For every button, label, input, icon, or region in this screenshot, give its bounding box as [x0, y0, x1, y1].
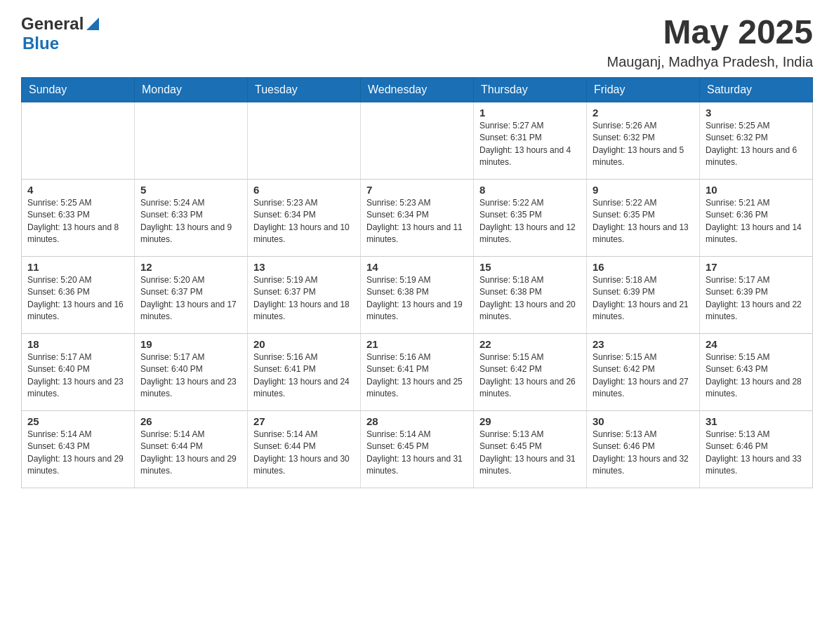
calendar-cell: 16Sunrise: 5:18 AM Sunset: 6:39 PM Dayli… [587, 256, 700, 333]
calendar-cell: 22Sunrise: 5:15 AM Sunset: 6:42 PM Dayli… [474, 333, 587, 410]
cell-sun-info: Sunrise: 5:17 AM Sunset: 6:40 PM Dayligh… [140, 351, 241, 401]
cell-sun-info: Sunrise: 5:18 AM Sunset: 6:38 PM Dayligh… [479, 274, 581, 323]
cell-day-number: 9 [593, 184, 694, 196]
calendar-cell: 19Sunrise: 5:17 AM Sunset: 6:40 PM Dayli… [135, 333, 248, 410]
cell-day-number: 12 [140, 261, 241, 273]
calendar-cell: 3Sunrise: 5:25 AM Sunset: 6:32 PM Daylig… [700, 102, 813, 179]
calendar-cell: 18Sunrise: 5:17 AM Sunset: 6:40 PM Dayli… [22, 333, 135, 410]
calendar-cell: 9Sunrise: 5:22 AM Sunset: 6:35 PM Daylig… [587, 179, 700, 256]
calendar-header-row: SundayMondayTuesdayWednesdayThursdayFrid… [22, 77, 813, 102]
calendar-cell: 7Sunrise: 5:23 AM Sunset: 6:34 PM Daylig… [361, 179, 474, 256]
cell-sun-info: Sunrise: 5:13 AM Sunset: 6:46 PM Dayligh… [593, 429, 694, 478]
calendar-cell: 12Sunrise: 5:20 AM Sunset: 6:37 PM Dayli… [135, 256, 248, 333]
cell-sun-info: Sunrise: 5:13 AM Sunset: 6:45 PM Dayligh… [479, 429, 581, 478]
page-header: General Blue May 2025 Mauganj, Madhya Pr… [21, 14, 813, 70]
cell-sun-info: Sunrise: 5:14 AM Sunset: 6:44 PM Dayligh… [253, 429, 355, 478]
cell-sun-info: Sunrise: 5:21 AM Sunset: 6:36 PM Dayligh… [706, 197, 807, 246]
cell-sun-info: Sunrise: 5:18 AM Sunset: 6:39 PM Dayligh… [593, 274, 694, 323]
cell-sun-info: Sunrise: 5:24 AM Sunset: 6:33 PM Dayligh… [140, 197, 241, 246]
cell-sun-info: Sunrise: 5:23 AM Sunset: 6:34 PM Dayligh… [253, 197, 355, 246]
cell-day-number: 19 [140, 338, 241, 350]
calendar-cell: 30Sunrise: 5:13 AM Sunset: 6:46 PM Dayli… [587, 410, 700, 488]
cell-sun-info: Sunrise: 5:15 AM Sunset: 6:42 PM Dayligh… [593, 351, 694, 401]
header-tuesday: Tuesday [248, 77, 361, 102]
calendar-cell: 17Sunrise: 5:17 AM Sunset: 6:39 PM Dayli… [700, 256, 813, 333]
calendar-cell: 15Sunrise: 5:18 AM Sunset: 6:38 PM Dayli… [474, 256, 587, 333]
header-saturday: Saturday [700, 77, 813, 102]
header-sunday: Sunday [22, 77, 135, 102]
cell-sun-info: Sunrise: 5:13 AM Sunset: 6:46 PM Dayligh… [706, 429, 807, 478]
cell-sun-info: Sunrise: 5:20 AM Sunset: 6:36 PM Dayligh… [27, 274, 128, 323]
cell-sun-info: Sunrise: 5:14 AM Sunset: 6:44 PM Dayligh… [140, 429, 241, 478]
cell-day-number: 1 [479, 107, 581, 119]
cell-sun-info: Sunrise: 5:14 AM Sunset: 6:45 PM Dayligh… [366, 429, 468, 478]
title-section: May 2025 Mauganj, Madhya Pradesh, India [607, 14, 813, 70]
cell-day-number: 15 [479, 261, 581, 273]
cell-day-number: 8 [479, 184, 581, 196]
cell-day-number: 2 [593, 107, 694, 119]
cell-sun-info: Sunrise: 5:16 AM Sunset: 6:41 PM Dayligh… [366, 351, 468, 401]
calendar-cell [361, 102, 474, 179]
header-thursday: Thursday [474, 77, 587, 102]
cell-day-number: 16 [593, 261, 694, 273]
cell-day-number: 23 [593, 338, 694, 350]
location-title: Mauganj, Madhya Pradesh, India [607, 54, 813, 70]
cell-sun-info: Sunrise: 5:17 AM Sunset: 6:39 PM Dayligh… [706, 274, 807, 323]
cell-day-number: 6 [253, 184, 355, 196]
calendar-cell: 8Sunrise: 5:22 AM Sunset: 6:35 PM Daylig… [474, 179, 587, 256]
cell-day-number: 5 [140, 184, 241, 196]
cell-sun-info: Sunrise: 5:22 AM Sunset: 6:35 PM Dayligh… [479, 197, 581, 246]
cell-sun-info: Sunrise: 5:26 AM Sunset: 6:32 PM Dayligh… [593, 120, 694, 169]
calendar-cell: 27Sunrise: 5:14 AM Sunset: 6:44 PM Dayli… [248, 410, 361, 488]
header-monday: Monday [135, 77, 248, 102]
cell-sun-info: Sunrise: 5:14 AM Sunset: 6:43 PM Dayligh… [27, 429, 128, 478]
cell-sun-info: Sunrise: 5:17 AM Sunset: 6:40 PM Dayligh… [27, 351, 128, 401]
calendar-cell: 31Sunrise: 5:13 AM Sunset: 6:46 PM Dayli… [700, 410, 813, 488]
calendar-cell: 25Sunrise: 5:14 AM Sunset: 6:43 PM Dayli… [22, 410, 135, 488]
cell-sun-info: Sunrise: 5:25 AM Sunset: 6:33 PM Dayligh… [27, 197, 128, 246]
calendar-week-5: 25Sunrise: 5:14 AM Sunset: 6:43 PM Dayli… [22, 410, 813, 488]
cell-sun-info: Sunrise: 5:19 AM Sunset: 6:37 PM Dayligh… [253, 274, 355, 323]
calendar-cell: 21Sunrise: 5:16 AM Sunset: 6:41 PM Dayli… [361, 333, 474, 410]
calendar-cell: 24Sunrise: 5:15 AM Sunset: 6:43 PM Dayli… [700, 333, 813, 410]
calendar-week-4: 18Sunrise: 5:17 AM Sunset: 6:40 PM Dayli… [22, 333, 813, 410]
cell-day-number: 28 [366, 415, 468, 427]
calendar-cell: 29Sunrise: 5:13 AM Sunset: 6:45 PM Dayli… [474, 410, 587, 488]
calendar-cell: 28Sunrise: 5:14 AM Sunset: 6:45 PM Dayli… [361, 410, 474, 488]
calendar-cell [135, 102, 248, 179]
cell-sun-info: Sunrise: 5:25 AM Sunset: 6:32 PM Dayligh… [706, 120, 807, 169]
cell-day-number: 30 [593, 415, 694, 427]
logo-blue-text: Blue [22, 34, 59, 53]
calendar-cell: 1Sunrise: 5:27 AM Sunset: 6:31 PM Daylig… [474, 102, 587, 179]
cell-day-number: 20 [253, 338, 355, 350]
logo-general-text: General [21, 14, 84, 34]
cell-day-number: 21 [366, 338, 468, 350]
calendar-cell: 6Sunrise: 5:23 AM Sunset: 6:34 PM Daylig… [248, 179, 361, 256]
cell-sun-info: Sunrise: 5:19 AM Sunset: 6:38 PM Dayligh… [366, 274, 468, 323]
cell-day-number: 3 [706, 107, 807, 119]
cell-sun-info: Sunrise: 5:15 AM Sunset: 6:42 PM Dayligh… [479, 351, 581, 401]
calendar-cell: 11Sunrise: 5:20 AM Sunset: 6:36 PM Dayli… [22, 256, 135, 333]
calendar-cell: 5Sunrise: 5:24 AM Sunset: 6:33 PM Daylig… [135, 179, 248, 256]
cell-day-number: 10 [706, 184, 807, 196]
calendar-week-2: 4Sunrise: 5:25 AM Sunset: 6:33 PM Daylig… [22, 179, 813, 256]
calendar-cell [22, 102, 135, 179]
cell-day-number: 22 [479, 338, 581, 350]
cell-sun-info: Sunrise: 5:23 AM Sunset: 6:34 PM Dayligh… [366, 197, 468, 246]
calendar-cell: 26Sunrise: 5:14 AM Sunset: 6:44 PM Dayli… [135, 410, 248, 488]
logo: General Blue [21, 14, 99, 53]
cell-day-number: 27 [253, 415, 355, 427]
cell-day-number: 7 [366, 184, 468, 196]
header-wednesday: Wednesday [361, 77, 474, 102]
calendar-cell: 10Sunrise: 5:21 AM Sunset: 6:36 PM Dayli… [700, 179, 813, 256]
calendar-cell [248, 102, 361, 179]
header-friday: Friday [587, 77, 700, 102]
calendar-week-1: 1Sunrise: 5:27 AM Sunset: 6:31 PM Daylig… [22, 102, 813, 179]
cell-day-number: 17 [706, 261, 807, 273]
cell-day-number: 14 [366, 261, 468, 273]
calendar-cell: 23Sunrise: 5:15 AM Sunset: 6:42 PM Dayli… [587, 333, 700, 410]
calendar-table: SundayMondayTuesdayWednesdayThursdayFrid… [21, 77, 813, 488]
cell-sun-info: Sunrise: 5:27 AM Sunset: 6:31 PM Dayligh… [479, 120, 581, 169]
month-title: May 2025 [607, 14, 813, 51]
cell-day-number: 4 [27, 184, 128, 196]
